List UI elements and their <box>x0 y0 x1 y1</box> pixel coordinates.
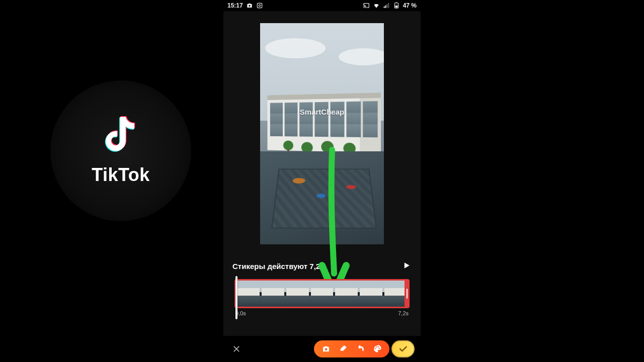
timeline-track[interactable] <box>234 279 410 308</box>
tiktok-label: TikTok <box>92 164 150 186</box>
edit-tools-pill <box>314 340 389 357</box>
status-time: 15:17 <box>227 2 243 9</box>
confirm-button[interactable] <box>391 340 415 357</box>
close-button[interactable] <box>229 342 244 356</box>
palette-icon[interactable] <box>372 344 382 354</box>
playhead[interactable] <box>235 276 237 319</box>
cast-app-icon <box>256 2 263 9</box>
camera-icon <box>246 2 253 9</box>
play-button[interactable] <box>401 260 412 272</box>
video-preview[interactable]: SmartCheap <box>260 23 384 244</box>
svg-rect-5 <box>395 3 396 3</box>
svg-rect-1 <box>257 3 262 8</box>
undo-icon[interactable] <box>355 344 365 354</box>
capture-icon[interactable] <box>321 344 331 354</box>
svg-point-2 <box>259 5 261 7</box>
eraser-icon[interactable] <box>338 344 348 354</box>
tiktok-badge: TikTok <box>50 80 191 221</box>
time-end-label: 7,2s <box>398 310 409 316</box>
preview-area: SmartCheap <box>223 11 421 256</box>
status-bar: 15:17 47 % <box>223 0 421 11</box>
phone-frame: 15:17 47 % <box>223 0 421 362</box>
battery-icon <box>393 2 400 9</box>
svg-point-0 <box>249 5 251 7</box>
svg-rect-4 <box>395 6 397 8</box>
cast-icon <box>363 2 370 9</box>
svg-point-6 <box>325 348 328 351</box>
tiktok-note-icon <box>104 116 138 155</box>
timeline[interactable]: 0,0s 7,2s <box>232 279 412 316</box>
battery-pct: 47 % <box>403 2 417 9</box>
signal-icon <box>383 2 390 9</box>
trim-handle-right[interactable] <box>405 279 410 308</box>
sticker-duration-label: Стикеры действуют 7,2 с <box>232 262 327 270</box>
wifi-icon <box>373 2 380 9</box>
bottom-toolbar <box>223 336 421 362</box>
